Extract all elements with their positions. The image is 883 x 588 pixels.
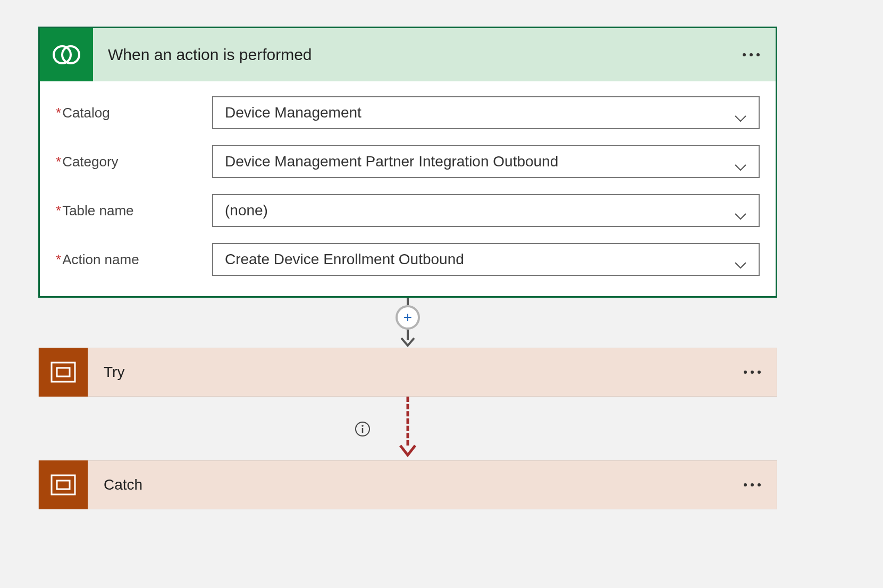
connector-try-to-catch [38,397,777,460]
dashed-connector-line [407,397,409,446]
chevron-down-icon [734,256,747,263]
arrow-down-icon [397,330,418,348]
field-row-category: *Category Device Management Partner Inte… [56,145,760,178]
add-step-button[interactable]: + [396,305,420,330]
table-name-value: (none) [225,202,268,219]
required-asterisk: * [56,105,61,121]
category-select[interactable]: Device Management Partner Integration Ou… [212,145,760,178]
field-row-action-name: *Action name Create Device Enrollment Ou… [56,243,760,276]
catch-more-button[interactable] [739,479,765,491]
scope-container-icon [39,460,88,509]
field-label-category: *Category [56,154,212,170]
action-name-value: Create Device Enrollment Outbound [225,251,464,268]
arrow-down-error-icon [397,442,418,460]
trigger-body: *Catalog Device Management *Category Dev… [40,81,776,296]
trigger-card: When an action is performed *Catalog Dev… [38,27,777,298]
required-asterisk: * [56,203,61,219]
catalog-value: Device Management [225,104,361,121]
field-label-action-name: *Action name [56,251,212,268]
field-row-catalog: *Catalog Device Management [56,96,760,129]
dataverse-swirl-icon [40,28,93,81]
svg-rect-8 [52,475,75,494]
trigger-header[interactable]: When an action is performed [40,28,776,81]
field-row-table-name: *Table name (none) [56,194,760,227]
more-ellipsis-icon [744,483,761,486]
svg-rect-3 [52,363,75,382]
more-ellipsis-icon [744,371,761,374]
catch-scope-card[interactable]: Catch [38,460,777,509]
required-asterisk: * [56,251,61,267]
chevron-down-icon [734,207,747,214]
chevron-down-icon [734,158,747,165]
flow-designer-canvas: When an action is performed *Catalog Dev… [38,27,777,509]
try-scope-card[interactable]: Try [38,348,777,397]
connector-line [407,298,409,305]
catch-scope-title: Catch [104,476,142,493]
svg-rect-9 [57,481,70,489]
trigger-more-button[interactable] [738,49,764,61]
svg-rect-4 [57,368,70,376]
chevron-down-icon [734,109,747,116]
svg-point-6 [361,425,364,427]
action-name-select[interactable]: Create Device Enrollment Outbound [212,243,760,276]
trigger-title: When an action is performed [108,46,312,64]
required-asterisk: * [56,154,61,170]
field-label-table-name: *Table name [56,203,212,219]
try-scope-title: Try [104,364,124,381]
catalog-select[interactable]: Device Management [212,96,760,129]
connector-trigger-to-try: + [38,298,777,348]
table-name-select[interactable]: (none) [212,194,760,227]
field-label-catalog: *Catalog [56,105,212,121]
try-more-button[interactable] [739,366,765,378]
scope-container-icon [39,348,88,397]
plus-icon: + [403,310,412,325]
more-ellipsis-icon [743,53,760,56]
run-after-info-button[interactable] [355,421,371,437]
category-value: Device Management Partner Integration Ou… [225,153,558,170]
